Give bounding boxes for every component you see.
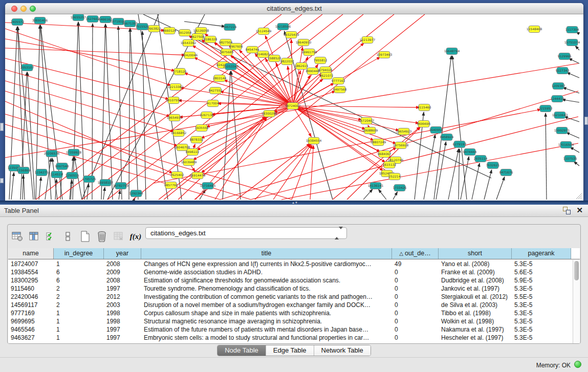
- column-header-out_de[interactable]: △out_de…: [392, 248, 439, 259]
- graph-node[interactable]: 18226058: [193, 28, 209, 34]
- graph-node[interactable]: 1156869: [17, 167, 31, 174]
- graph-node[interactable]: 9227343: [556, 68, 570, 74]
- graph-node[interactable]: 15751074: [564, 39, 580, 46]
- graph-node[interactable]: 10688609: [362, 127, 378, 134]
- resize-grip-icon[interactable]: [575, 192, 582, 200]
- graph-node[interactable]: 17016504: [558, 142, 574, 148]
- graph-node[interactable]: 10973493: [377, 52, 393, 58]
- graph-node[interactable]: 1588520: [268, 55, 281, 62]
- graph-node[interactable]: 12213977: [360, 37, 376, 43]
- window-titlebar[interactable]: citations_edges.txt: [5, 3, 583, 14]
- graph-node[interactable]: 19218596: [275, 24, 291, 30]
- graph-node[interactable]: 1733426: [393, 185, 407, 191]
- graph-node[interactable]: 8878332: [190, 137, 204, 143]
- float-panel-icon[interactable]: [563, 207, 571, 214]
- graph-node[interactable]: 1795725: [82, 176, 96, 183]
- table-row[interactable]: 911546021997Tourette syndrome. Phenomeno…: [8, 285, 573, 293]
- graph-node[interactable]: 9129966: [558, 53, 572, 60]
- graph-node[interactable]: 1935558: [195, 125, 209, 132]
- graph-node[interactable]: 9777163: [332, 78, 345, 84]
- scrollbar-thumb[interactable]: [574, 261, 579, 280]
- graph-node[interactable]: 16914479: [190, 172, 206, 179]
- graph-node[interactable]: 9684067: [378, 151, 391, 158]
- graph-node[interactable]: 16039489: [181, 159, 197, 166]
- graph-node[interactable]: 30691406: [32, 17, 48, 24]
- graph-node[interactable]: 1250515: [66, 172, 79, 179]
- graph-node[interactable]: 19166852: [171, 130, 187, 137]
- column-header-pagerank[interactable]: pagerank: [512, 248, 571, 259]
- graph-node[interactable]: 1527602: [86, 16, 100, 23]
- graph-node[interactable]: 1244419: [551, 96, 564, 102]
- left-panel-toggle-notch[interactable]: [0, 178, 4, 183]
- graph-node[interactable]: 16961758: [301, 49, 317, 56]
- column-header-year[interactable]: year: [104, 248, 141, 259]
- graph-node[interactable]: 7632621: [486, 162, 500, 169]
- function-builder-icon[interactable]: f(x): [128, 229, 143, 244]
- graph-node[interactable]: 20206536: [44, 150, 60, 157]
- column-header-in_degree[interactable]: in_degree: [54, 248, 104, 259]
- table-row[interactable]: 1938455462009Genome-wide association stu…: [8, 268, 573, 276]
- graph-node[interactable]: 15720407: [359, 118, 375, 124]
- graph-node[interactable]: 19325419: [284, 32, 299, 38]
- graph-node[interactable]: 9822037: [280, 58, 294, 65]
- graph-node[interactable]: 18807249: [371, 139, 386, 146]
- graph-node[interactable]: 18724007: [285, 103, 301, 110]
- graph-node[interactable]: 417004: [207, 100, 219, 107]
- graph-node[interactable]: 6279197: [453, 141, 467, 148]
- table-settings-icon[interactable]: [10, 229, 25, 244]
- close-panel-icon[interactable]: ✕: [576, 206, 583, 215]
- graph-node[interactable]: 2053107: [20, 64, 34, 71]
- graph-node[interactable]: 12213382: [168, 84, 184, 91]
- table-columns-icon[interactable]: [27, 229, 42, 244]
- graph-node[interactable]: 3267130: [200, 112, 214, 119]
- table-row[interactable]: 946362711997Embryonic stem cells: a mode…: [8, 334, 573, 342]
- graph-node[interactable]: 11548408: [527, 26, 542, 33]
- graph-node[interactable]: 2935114: [474, 156, 488, 162]
- graph-node[interactable]: 1615132: [383, 162, 397, 168]
- graph-node[interactable]: 114519: [51, 171, 63, 178]
- graph-node[interactable]: 19654931: [167, 115, 183, 121]
- rows-icon[interactable]: [60, 229, 76, 244]
- graph-node[interactable]: 9621072: [320, 73, 334, 79]
- graph-node[interactable]: 9699695: [417, 121, 431, 127]
- graph-node[interactable]: 15992971: [554, 127, 570, 134]
- graph-node[interactable]: 19654923: [396, 128, 412, 135]
- table-row[interactable]: 969969511998Structural magnetic resonanc…: [8, 317, 573, 325]
- column-header-short[interactable]: short: [439, 248, 512, 259]
- graph-node[interactable]: 5875685: [220, 49, 234, 56]
- graph-node[interactable]: 16648794: [444, 48, 460, 55]
- graph-node[interactable]: 1117304: [565, 27, 579, 33]
- graph-node[interactable]: 7625402: [170, 172, 184, 179]
- graph-node[interactable]: 8990448: [306, 68, 320, 75]
- network-canvas[interactable]: 1872400724055723069140610655257152760264…: [5, 14, 583, 201]
- graph-node[interactable]: 8498222: [186, 149, 200, 156]
- graph-node[interactable]: 9115460: [418, 104, 431, 111]
- select-columns-icon[interactable]: [43, 229, 59, 244]
- network-graph[interactable]: 1872400724055723069140610655257152760264…: [5, 14, 583, 201]
- column-header-name[interactable]: name: [8, 248, 54, 259]
- table-row[interactable]: 946554611997Estimation of the future num…: [8, 325, 573, 334]
- tab-network-table[interactable]: Network Table: [314, 345, 371, 356]
- graph-node[interactable]: 1209387: [552, 83, 565, 90]
- table-row[interactable]: 2242004622012Investigating the contribut…: [8, 293, 573, 301]
- graph-node[interactable]: 16958107: [98, 180, 114, 186]
- graph-node[interactable]: 8660124: [163, 28, 177, 34]
- graph-node[interactable]: 9474444: [463, 149, 477, 156]
- tab-node-table[interactable]: Node Table: [217, 345, 266, 356]
- graph-node[interactable]: 17359928: [66, 149, 82, 156]
- graph-node[interactable]: 9857791: [164, 182, 178, 189]
- graph-node[interactable]: 9097548: [55, 163, 69, 170]
- graph-node[interactable]: 19384554: [306, 138, 322, 144]
- new-table-icon[interactable]: [77, 229, 93, 244]
- graph-node[interactable]: 2405572: [11, 19, 25, 26]
- graph-node[interactable]: 5912954: [178, 30, 192, 36]
- right-panel-toggle-notch[interactable]: [584, 117, 588, 125]
- import-table-icon[interactable]: [111, 229, 126, 244]
- graph-node[interactable]: 1640954: [429, 127, 443, 134]
- vertical-scrollbar[interactable]: [573, 260, 580, 343]
- left-panel-toggle-notch[interactable]: [0, 123, 4, 131]
- graph-node[interactable]: 8958924: [440, 134, 454, 141]
- graph-node[interactable]: 8427552: [209, 87, 223, 94]
- column-header-title[interactable]: title: [141, 248, 392, 259]
- horizontal-splitter[interactable]: ▲▼: [0, 201, 588, 205]
